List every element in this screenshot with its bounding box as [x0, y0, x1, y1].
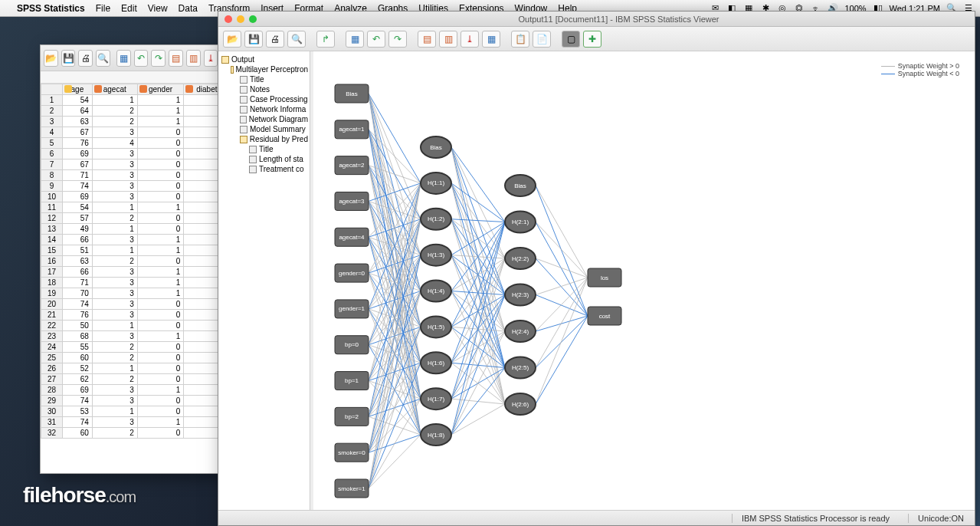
menu-edit[interactable]: Edit: [121, 3, 137, 14]
svg-line-155: [536, 258, 588, 316]
tree-item[interactable]: Title: [220, 144, 308, 154]
svg-text:H(1:5): H(1:5): [428, 324, 445, 330]
goto-icon[interactable]: ▤: [169, 50, 183, 67]
tree-item[interactable]: Length of sta: [220, 154, 308, 164]
app-name[interactable]: SPSS Statistics: [17, 3, 85, 14]
output-titlebar[interactable]: Output11 [Document11] - IBM SPSS Statist…: [218, 12, 975, 27]
network-diagram: Biasagecat=1agecat=2agecat=3agecat=4gend…: [313, 51, 975, 510]
tb-icon-5[interactable]: 📋: [511, 31, 529, 48]
svg-text:agecat=3: agecat=3: [339, 198, 365, 205]
data-grid[interactable]: ageagecatgenderdiabetes 1541102642103632…: [41, 84, 238, 439]
menu-file[interactable]: File: [96, 3, 110, 14]
close-button[interactable]: [225, 15, 232, 23]
svg-text:bp=1: bp=1: [345, 377, 359, 384]
preview-icon[interactable]: 🔍: [287, 31, 306, 48]
svg-text:H(2:2): H(2:2): [512, 255, 529, 262]
find-icon[interactable]: ⤓: [204, 50, 218, 67]
tree-item[interactable]: Output: [220, 54, 308, 64]
svg-line-160: [536, 278, 588, 368]
svg-line-144: [451, 222, 505, 436]
svg-text:H(2:1): H(2:1): [512, 219, 529, 225]
svg-text:H(1:7): H(1:7): [428, 396, 445, 403]
svg-text:agecat=2: agecat=2: [339, 162, 365, 169]
svg-text:Bias: Bias: [346, 90, 358, 97]
redo-icon[interactable]: ↷: [388, 31, 407, 48]
save-icon[interactable]: 💾: [61, 50, 76, 67]
svg-text:H(2:6): H(2:6): [512, 401, 529, 408]
svg-text:H(2:5): H(2:5): [512, 364, 529, 371]
tree-item[interactable]: Multilayer Perceptron: [220, 64, 308, 74]
output-viewer-window[interactable]: Output11 [Document11] - IBM SPSS Statist…: [218, 11, 975, 526]
save-icon[interactable]: 💾: [244, 31, 263, 48]
svg-line-150: [536, 186, 588, 278]
svg-text:smoker=1: smoker=1: [338, 485, 365, 492]
maximize-button[interactable]: [249, 15, 257, 23]
svg-text:H(1:3): H(1:3): [428, 251, 445, 258]
status-unicode: Unicode:ON: [908, 514, 964, 523]
svg-line-24: [369, 183, 421, 202]
svg-line-157: [536, 295, 588, 317]
tree-item[interactable]: Treatment co: [220, 164, 308, 174]
undo-icon[interactable]: ↶: [134, 50, 149, 67]
tb-icon-6[interactable]: 📄: [533, 31, 551, 48]
minimize-button[interactable]: [237, 15, 244, 23]
svg-text:agecat=1: agecat=1: [339, 126, 365, 133]
data-editor-window[interactable]: 📂 💾 🖨 🔍 ▦ ↶ ↷ ▤ ▥ ⤓ ▦ ageagecatgenderdia…: [40, 44, 239, 474]
dialog-icon[interactable]: ▦: [116, 50, 131, 67]
open-icon[interactable]: 📂: [223, 31, 241, 48]
svg-line-162: [536, 278, 588, 404]
tb-icon-7[interactable]: ▢: [562, 31, 580, 48]
menu-data[interactable]: Data: [179, 3, 198, 14]
svg-text:Bias: Bias: [430, 144, 442, 151]
svg-text:cost: cost: [599, 313, 611, 320]
data-subheader: [41, 71, 238, 84]
tree-item[interactable]: Title: [220, 74, 308, 84]
menu-view[interactable]: View: [148, 3, 168, 14]
svg-text:H(1:8): H(1:8): [428, 432, 445, 439]
tree-item[interactable]: Case Processing: [220, 94, 308, 104]
svg-text:gender=0: gender=0: [339, 270, 365, 277]
export-icon[interactable]: ↱: [316, 31, 335, 48]
tree-item[interactable]: Network Informa: [220, 104, 308, 114]
output-statusbar: IBM SPSS Statistics Processor is ready U…: [218, 510, 975, 525]
redo-icon[interactable]: ↷: [151, 50, 166, 67]
tree-item[interactable]: Network Diagram: [220, 114, 308, 124]
tree-item[interactable]: Residual by Pred: [220, 134, 308, 144]
svg-text:H(1:4): H(1:4): [428, 288, 445, 294]
print-icon[interactable]: 🖨: [266, 31, 284, 48]
svg-text:smoker=0: smoker=0: [338, 449, 365, 456]
svg-text:Bias: Bias: [514, 182, 526, 189]
svg-line-120: [451, 222, 505, 291]
tree-item[interactable]: Notes: [220, 84, 308, 94]
svg-text:bp=2: bp=2: [345, 413, 359, 420]
dialog-icon[interactable]: ▦: [346, 31, 364, 48]
tb-icon-3[interactable]: ⤓: [461, 31, 479, 48]
status-processor: IBM SPSS Statistics Processor is ready: [732, 514, 890, 523]
tb-icon-8[interactable]: ✚: [583, 31, 601, 48]
watermark: filehorse.com: [23, 483, 136, 508]
output-outline-tree[interactable]: OutputMultilayer PerceptronTitleNotesCas…: [218, 51, 310, 510]
tree-item[interactable]: Model Summary: [220, 124, 308, 134]
tb-icon-4[interactable]: ▦: [482, 31, 500, 48]
undo-icon[interactable]: ↶: [367, 31, 385, 48]
output-title: Output11 [Document11] - IBM SPSS Statist…: [263, 15, 975, 24]
svg-text:H(1:1): H(1:1): [428, 179, 445, 186]
data-toolbar: 📂 💾 🖨 🔍 ▦ ↶ ↷ ▤ ▥ ⤓ ▦: [41, 45, 238, 71]
print-icon[interactable]: 🖨: [78, 50, 93, 67]
open-icon[interactable]: 📂: [44, 50, 58, 67]
svg-text:H(2:3): H(2:3): [512, 291, 529, 298]
output-toolbar: 📂 💾 🖨 🔍 ↱ ▦ ↶ ↷ ▤ ▥ ⤓ ▦ 📋 📄 ▢ ✚: [218, 27, 975, 51]
svg-text:gender=1: gender=1: [339, 305, 365, 312]
svg-text:H(1:6): H(1:6): [428, 360, 445, 367]
svg-text:bp=0: bp=0: [345, 341, 359, 348]
tb-icon-1[interactable]: ▤: [418, 31, 436, 48]
output-canvas[interactable]: Synaptic Weight > 0 Synaptic Weight < 0 …: [310, 51, 975, 510]
svg-text:los: los: [601, 275, 608, 281]
vars-icon[interactable]: ▥: [186, 50, 201, 67]
svg-line-154: [536, 258, 588, 278]
preview-icon[interactable]: 🔍: [96, 50, 110, 67]
svg-text:agecat=4: agecat=4: [339, 234, 365, 241]
svg-text:H(2:4): H(2:4): [512, 328, 529, 335]
tb-icon-2[interactable]: ▥: [439, 31, 457, 48]
network-legend: Synaptic Weight > 0 Synaptic Weight < 0: [881, 62, 959, 77]
